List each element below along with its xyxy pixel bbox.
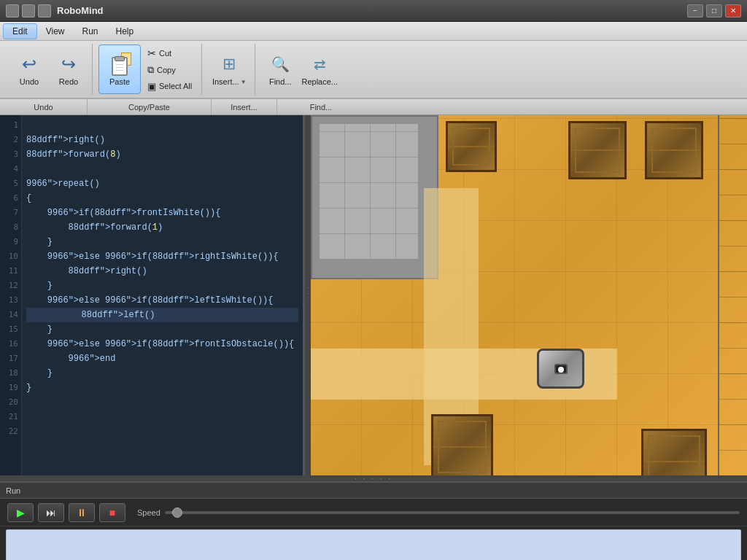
run-panel: Run ▶ ⏭ ⏸ ■ Speed	[0, 481, 747, 560]
line-number-13: 13	[9, 293, 18, 308]
code-line-5: 9966">repeat()	[26, 176, 298, 191]
code-line-3: 88ddff">forward(8)	[26, 147, 298, 162]
code-line-4	[26, 162, 298, 176]
toolbar-section-insert: Insert...	[212, 99, 277, 114]
redo-icon: ↪	[57, 52, 80, 76]
line-number-1: 1	[13, 118, 18, 133]
main-content: 12345678910111213141516171819202122 88dd…	[0, 115, 747, 475]
code-line-21	[26, 410, 298, 424]
run-controls: ▶ ⏭ ⏸ ■ Speed	[0, 499, 747, 526]
undo-button[interactable]: ↩ Undo	[10, 44, 48, 94]
insert-label: Insert...	[212, 77, 239, 86]
replace-label: Replace...	[301, 77, 338, 86]
line-number-22: 22	[9, 424, 18, 439]
code-line-22	[26, 424, 298, 439]
run-output[interactable]	[6, 529, 741, 560]
code-line-8: 88ddff">forward(1)	[26, 220, 298, 235]
code-line-18: }	[26, 366, 298, 381]
line-number-2: 2	[13, 133, 18, 147]
run-pause-button[interactable]: ⏸	[69, 503, 95, 522]
menu-edit[interactable]: Edit	[3, 23, 37, 39]
stop-icon: ■	[109, 507, 115, 518]
toolbar-section-find: Find...	[277, 99, 365, 114]
vertical-resize-handle[interactable]: · · · · ·	[0, 475, 747, 481]
copy-icon: ⧉	[147, 64, 154, 76]
title-left: RoboMind	[6, 4, 104, 18]
undo-icon: ↩	[18, 52, 41, 76]
stone-area	[311, 115, 438, 279]
selectall-icon: ▣	[147, 81, 156, 92]
find-button[interactable]: 🔍 Find...	[261, 44, 299, 94]
run-header: Run	[0, 483, 747, 499]
line-number-8: 8	[13, 220, 18, 235]
speed-slider[interactable]	[165, 511, 740, 514]
cut-label: Cut	[159, 49, 171, 58]
step-icon: ⏭	[46, 507, 56, 518]
run-stop-button[interactable]: ■	[99, 503, 125, 522]
line-number-9: 9	[13, 235, 18, 249]
paste-label: Paste	[109, 77, 130, 86]
toolbar: ↩ Undo ↪ Redo Paste	[0, 41, 747, 99]
line-number-7: 7	[13, 206, 18, 220]
run-step-button[interactable]: ⏭	[38, 503, 64, 522]
maximize-button[interactable]: □	[706, 4, 722, 18]
line-number-20: 20	[9, 395, 18, 410]
selectall-label: Select All	[159, 82, 192, 90]
menu-bar: Edit View Run Help	[0, 22, 747, 41]
close-button[interactable]: ✕	[725, 4, 741, 18]
toolbar-insert-group: ⊞ Insert... ▼	[204, 44, 255, 95]
window-controls: − □ ✕	[687, 4, 741, 18]
crate-right-3	[641, 429, 707, 475]
find-icon: 🔍	[268, 52, 292, 76]
menu-run[interactable]: Run	[73, 24, 107, 39]
code-line-12: }	[26, 279, 298, 293]
line-number-16: 16	[9, 337, 18, 351]
code-editor[interactable]: 12345678910111213141516171819202122 88dd…	[0, 115, 305, 475]
line-number-17: 17	[9, 351, 18, 366]
robot-body	[537, 349, 584, 389]
crate-right-2	[568, 121, 627, 179]
code-line-1	[26, 118, 298, 133]
copy-button[interactable]: ⧉ Copy	[142, 62, 197, 78]
code-line-17: 9966">end	[26, 351, 298, 366]
world-view	[311, 115, 747, 475]
stone-inner	[320, 124, 418, 259]
line-numbers: 12345678910111213141516171819202122	[0, 115, 22, 475]
toolbar-find-group: 🔍 Find... ⇄ Replace...	[257, 44, 343, 95]
crate-mid-1	[431, 414, 493, 475]
cut-button[interactable]: ✂ Cut	[142, 45, 197, 61]
replace-button[interactable]: ⇄ Replace...	[301, 44, 338, 94]
code-line-11: 88ddff">right()	[26, 264, 298, 279]
crate-right-1	[645, 121, 703, 179]
sys-icon-3	[38, 4, 51, 18]
selectall-button[interactable]: ▣ Select All	[142, 79, 197, 94]
run-play-button[interactable]: ▶	[7, 503, 34, 522]
minimize-button[interactable]: −	[687, 4, 703, 18]
redo-label: Redo	[59, 77, 78, 86]
code-line-6: {	[26, 191, 298, 206]
copy-label: Copy	[157, 66, 176, 74]
code-area[interactable]: 88ddff">right()88ddff">forward(8)9966">r…	[22, 115, 303, 475]
insert-icon: ⊞	[217, 52, 241, 76]
app-title: RoboMind	[57, 5, 104, 16]
speed-thumb[interactable]	[172, 508, 182, 518]
crate-top-1	[446, 121, 497, 172]
redo-button[interactable]: ↪ Redo	[50, 44, 88, 94]
code-line-7: 9966">if(88ddff">frontIsWhite()){	[26, 206, 298, 220]
paste-button[interactable]: Paste	[98, 44, 141, 94]
menu-view[interactable]: View	[37, 24, 74, 39]
sys-icon-2	[22, 4, 35, 18]
robot-eye	[554, 364, 568, 374]
toolbar-section-copypaste: Copy/Paste	[88, 99, 212, 114]
code-line-20	[26, 395, 298, 410]
editor-resize-handle[interactable]: ·····	[305, 115, 311, 475]
line-number-21: 21	[9, 410, 18, 424]
toolbar-sub-group: ✂ Cut ⧉ Copy ▣ Select All	[142, 45, 197, 94]
line-number-15: 15	[9, 322, 18, 337]
paste-icon	[108, 52, 131, 76]
menu-help[interactable]: Help	[107, 24, 143, 39]
insert-dropdown-arrow: ▼	[241, 79, 247, 85]
cut-icon: ✂	[147, 47, 156, 59]
insert-button[interactable]: ⊞ Insert... ▼	[208, 44, 250, 94]
robot	[537, 349, 588, 392]
